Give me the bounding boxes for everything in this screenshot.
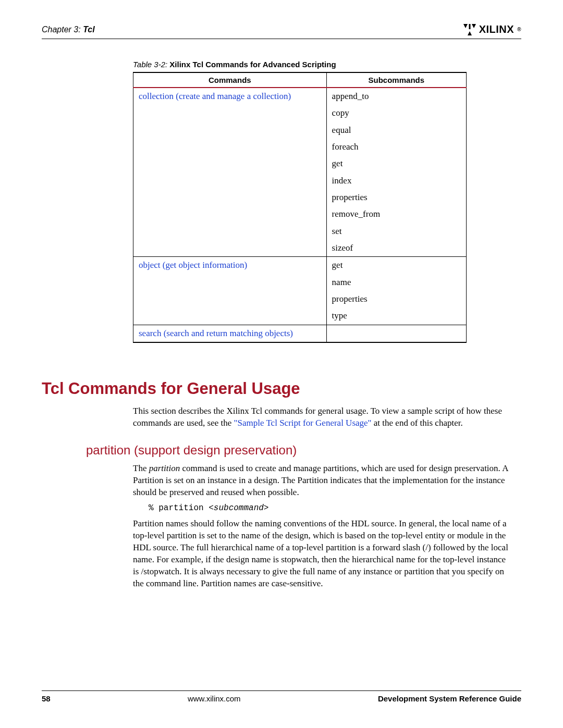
p1-ital: partition	[149, 463, 180, 473]
th-subcommands: Subcommands	[326, 72, 466, 88]
p1-post: command is used to create and manage par…	[133, 463, 508, 497]
logo-reg: ®	[517, 27, 521, 32]
intro-post: at the end of this chapter.	[372, 418, 463, 428]
obj-get: get	[326, 257, 466, 274]
chapter-prefix: Chapter 3:	[42, 25, 81, 34]
footer-url-link[interactable]: www.xilinx.com	[188, 694, 241, 703]
cmd-search-link[interactable]: search (search and return matching objec…	[139, 328, 293, 338]
page-number: 58	[42, 694, 51, 703]
sub-copy: copy	[326, 105, 466, 121]
sub-append: append_to	[326, 88, 466, 105]
code-prefix: % partition <	[149, 503, 214, 513]
sub-properties: properties	[326, 189, 466, 206]
obj-properties: properties	[326, 291, 466, 307]
svg-marker-2	[468, 31, 472, 35]
xilinx-logo-icon	[463, 24, 476, 35]
logo-text: XILINX	[479, 23, 514, 35]
sample-script-link[interactable]: "Sample Tcl Script for General Usage"	[234, 418, 372, 428]
code-suffix: >	[264, 503, 269, 513]
table-area: Table 3-2: Xilinx Tcl Commands for Advan…	[133, 60, 467, 343]
p2: Partition names should follow the naming…	[133, 518, 508, 590]
p1-pre: The	[133, 463, 149, 473]
page-header: Chapter 3: Tcl XILINX®	[42, 23, 521, 35]
sub-foreach: foreach	[326, 139, 466, 155]
intro-paragraph: This section describes the Xilinx Tcl co…	[133, 405, 508, 429]
svg-rect-3	[469, 24, 470, 29]
sub-equal: equal	[326, 122, 466, 139]
h1-general-usage: Tcl Commands for General Usage	[42, 379, 521, 398]
footer-doc-title: Development System Reference Guide	[378, 694, 521, 703]
obj-name: name	[326, 274, 466, 291]
table-caption-title: Xilinx Tcl Commands for Advanced Scripti…	[169, 60, 336, 69]
chapter-label: Chapter 3: Tcl	[42, 25, 95, 34]
sub-index: index	[326, 172, 466, 189]
code-sample: % partition <subcommand>	[149, 503, 508, 514]
th-commands: Commands	[133, 72, 327, 88]
page-footer: 58 www.xilinx.com Development System Ref…	[42, 690, 521, 703]
header-rule	[42, 39, 521, 39]
search-empty	[326, 325, 466, 342]
code-ital: subcommand	[214, 503, 264, 513]
svg-marker-1	[472, 24, 476, 28]
sub-set: set	[326, 223, 466, 240]
h2-partition: partition (support design preservation)	[86, 443, 521, 458]
commands-table: Commands Subcommands collection (create …	[133, 72, 467, 343]
table-caption-prefix: Table 3-2:	[133, 60, 167, 69]
partition-body: The partition command is used to create …	[133, 463, 508, 590]
svg-marker-0	[463, 24, 468, 28]
sub-removefrom: remove_from	[326, 206, 466, 223]
sub-get: get	[326, 155, 466, 172]
obj-type: type	[326, 307, 466, 325]
chapter-title: Tcl	[83, 25, 95, 34]
sub-sizeof: sizeof	[326, 240, 466, 257]
cmd-object-link[interactable]: object (get object information)	[139, 260, 247, 270]
table-caption: Table 3-2: Xilinx Tcl Commands for Advan…	[133, 60, 467, 69]
cmd-collection-link[interactable]: collection (create and manage a collecti…	[139, 91, 291, 101]
xilinx-logo: XILINX®	[463, 23, 521, 35]
